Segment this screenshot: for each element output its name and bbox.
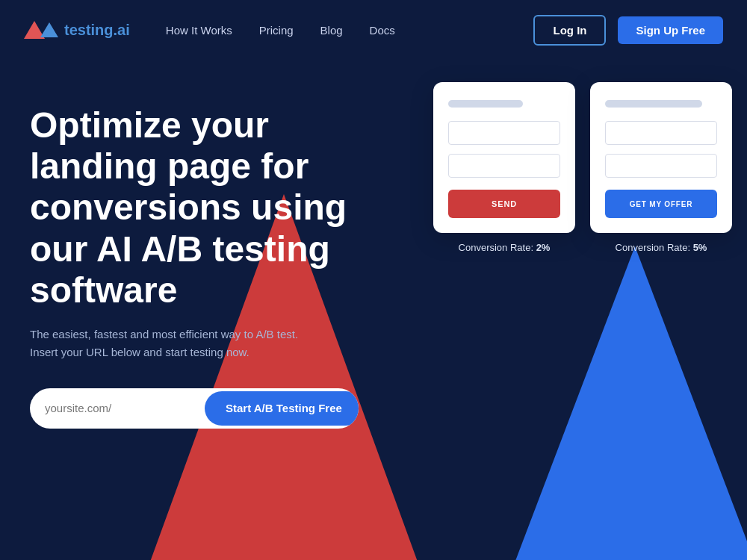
nav-actions: Log In Sign Up Free bbox=[533, 15, 723, 46]
signup-button[interactable]: Sign Up Free bbox=[618, 16, 723, 44]
navbar: testing.ai How It Works Pricing Blog Doc… bbox=[0, 0, 747, 60]
card-a-conversion-label: Conversion Rate: 2% bbox=[459, 242, 551, 253]
nav-links: How It Works Pricing Blog Docs bbox=[166, 24, 534, 37]
hero-subtitle: The easiest, fastest and most efficient … bbox=[30, 326, 388, 361]
card-a-wrapper: SEND Conversion Rate: 2% bbox=[433, 82, 575, 253]
bg-shape-blue bbox=[493, 246, 747, 560]
logo-text-main: testing bbox=[64, 22, 114, 38]
start-testing-button[interactable]: Start A/B Testing Free bbox=[205, 391, 359, 426]
nav-link-blog[interactable]: Blog bbox=[320, 24, 343, 37]
logo-icon bbox=[24, 21, 58, 39]
logo-text-accent: .ai bbox=[114, 22, 130, 38]
nav-link-docs[interactable]: Docs bbox=[370, 24, 395, 37]
card-b-wrapper: GET MY OFFER Conversion Rate: 5% bbox=[590, 82, 732, 253]
card-b-cta-button[interactable]: GET MY OFFER bbox=[605, 190, 717, 218]
card-a-input-2 bbox=[448, 154, 560, 178]
hero-content: Optimize your landing page for conversio… bbox=[30, 105, 388, 429]
card-a-input-1 bbox=[448, 121, 560, 145]
login-button[interactable]: Log In bbox=[533, 15, 606, 46]
logo-text: testing.ai bbox=[64, 22, 130, 39]
card-a: SEND bbox=[433, 82, 575, 233]
ab-cards-container: SEND Conversion Rate: 2% GET MY OFFER Co… bbox=[433, 82, 732, 253]
logo[interactable]: testing.ai bbox=[24, 21, 130, 39]
card-b-input-1 bbox=[605, 121, 717, 145]
hero-input-row: Start A/B Testing Free bbox=[30, 388, 359, 429]
hero-section: Optimize your landing page for conversio… bbox=[0, 60, 747, 560]
card-b-input-2 bbox=[605, 154, 717, 178]
logo-triangle-blue-icon bbox=[40, 22, 58, 37]
card-b: GET MY OFFER bbox=[590, 82, 732, 233]
card-a-cta-button[interactable]: SEND bbox=[448, 190, 560, 218]
card-a-header-bar bbox=[448, 100, 523, 108]
url-input[interactable] bbox=[30, 402, 202, 414]
nav-link-pricing[interactable]: Pricing bbox=[259, 24, 294, 37]
hero-title: Optimize your landing page for conversio… bbox=[30, 105, 388, 311]
card-b-conversion-label: Conversion Rate: 5% bbox=[616, 242, 707, 253]
card-b-header-bar bbox=[605, 100, 702, 108]
nav-link-how-it-works[interactable]: How It Works bbox=[166, 24, 232, 37]
